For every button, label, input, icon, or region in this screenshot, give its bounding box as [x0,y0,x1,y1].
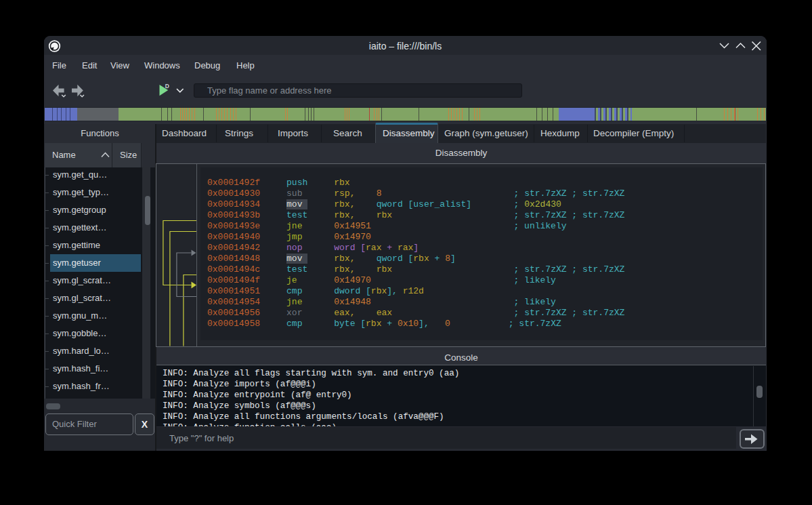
svg-text:D: D [165,83,169,89]
